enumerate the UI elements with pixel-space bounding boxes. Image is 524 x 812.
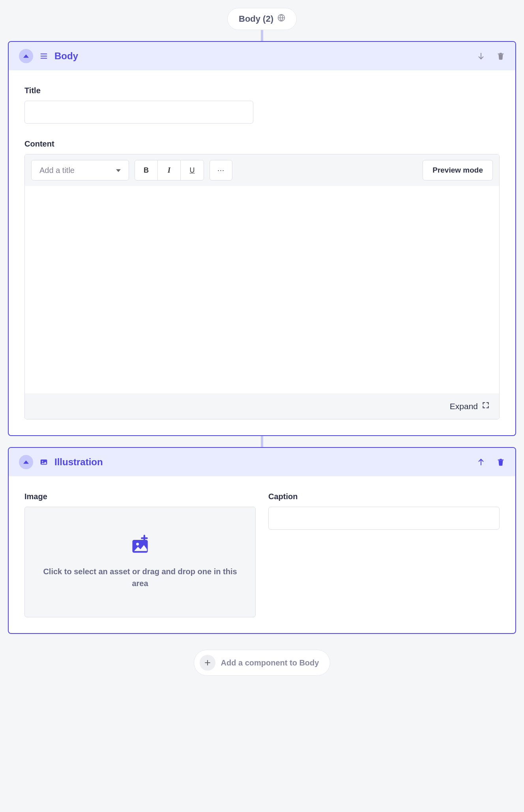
content-editor[interactable] [25,186,499,393]
caption-input[interactable] [268,507,500,530]
add-component-label: Add a component to Body [221,658,319,667]
image-label: Image [24,492,256,501]
globe-icon [277,14,285,24]
image-type-icon [39,458,48,466]
illustration-panel-title: Illustration [54,457,470,468]
body-panel: Body Title Content Add a title [8,41,516,436]
heading-dropdown-label: Add a title [39,166,75,175]
plus-icon [200,655,215,671]
svg-point-9 [136,543,139,545]
zone-label: Body (2) [239,14,273,24]
image-dropzone[interactable]: Click to select an asset or drag and dro… [24,507,256,617]
bold-button[interactable]: B [135,160,158,180]
caption-label: Caption [268,492,500,501]
move-up-button[interactable] [477,458,485,466]
underline-button[interactable]: U [181,160,204,180]
title-label: Title [24,86,500,95]
heading-dropdown[interactable]: Add a title [31,160,129,180]
connector-line [261,30,263,41]
more-formatting-button[interactable]: ··· [210,160,232,180]
content-label: Content [24,139,500,148]
collapse-button[interactable] [19,455,33,469]
image-drop-text: Click to select an asset or drag and dro… [41,566,240,589]
illustration-panel: Illustration Image [8,447,516,634]
add-image-icon [130,535,150,558]
italic-button[interactable]: I [158,160,181,180]
chevron-down-icon [116,166,121,175]
body-text-type-icon [39,52,48,60]
body-panel-title: Body [54,51,470,62]
body-panel-header: Body [9,42,515,70]
illustration-panel-header: Illustration [9,448,515,476]
title-input[interactable] [24,101,253,124]
expand-icon [482,401,490,411]
svg-point-6 [42,461,43,462]
delete-illustration-button[interactable] [496,458,505,466]
rich-text-editor: Add a title B I U ··· Preview mode Expan… [24,154,500,419]
add-component-button[interactable]: Add a component to Body [194,650,331,676]
move-down-button[interactable] [477,52,485,60]
zone-badge: Body (2) [227,8,297,30]
connector-line [261,436,263,447]
expand-label: Expand [450,402,478,411]
delete-body-button[interactable] [496,52,505,60]
expand-button[interactable]: Expand [25,393,499,419]
collapse-button[interactable] [19,49,33,63]
preview-mode-button[interactable]: Preview mode [423,160,493,180]
